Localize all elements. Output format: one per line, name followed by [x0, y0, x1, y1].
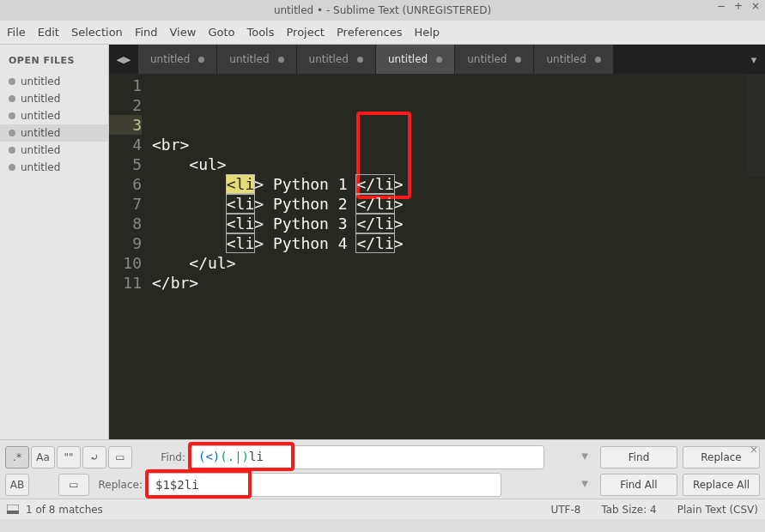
replace-history-icon[interactable]: ▼ — [581, 479, 588, 488]
code-line[interactable]: <li> Python 1 </li> — [152, 174, 765, 194]
open-file-label: untitled — [21, 93, 60, 105]
open-file-label: untitled — [21, 110, 60, 122]
menu-tools[interactable]: Tools — [246, 26, 274, 39]
unsaved-dot-icon — [9, 130, 15, 136]
close-button[interactable]: × — [750, 0, 762, 12]
unsaved-dot-icon — [595, 57, 601, 63]
in-selection-toggle[interactable]: ▭ — [108, 446, 132, 469]
status-syntax[interactable]: Plain Text (CSV) — [677, 504, 758, 516]
replace-button[interactable]: Replace — [683, 446, 760, 469]
menu-help[interactable]: Help — [414, 26, 440, 39]
code-area[interactable]: 1234567891011 <br> <ul> <li> Python 1 </… — [109, 74, 765, 439]
tab-history-nav[interactable]: ◀▶ — [109, 45, 138, 74]
code-line[interactable]: <ul> — [152, 154, 765, 174]
tab-overflow-icon[interactable]: ▾ — [743, 45, 765, 74]
open-file-item[interactable]: untitled — [0, 142, 108, 159]
code-line[interactable]: <li> Python 4 </li> — [152, 233, 765, 253]
open-file-item[interactable]: untitled — [0, 159, 108, 176]
menu-file[interactable]: File — [7, 26, 26, 39]
sidebar-title: OPEN FILES — [0, 50, 108, 73]
code-line[interactable] — [152, 293, 765, 312]
menu-find[interactable]: Find — [135, 26, 158, 39]
open-file-item[interactable]: untitled — [0, 124, 108, 142]
code-line[interactable]: </ul> — [152, 253, 765, 273]
unsaved-dot-icon — [198, 57, 204, 63]
status-tabsize[interactable]: Tab Size: 4 — [601, 504, 656, 516]
find-label: Find: — [137, 451, 185, 463]
minimize-button[interactable]: − — [715, 0, 727, 12]
tab[interactable]: untitled — [138, 45, 217, 74]
open-file-item[interactable]: untitled — [0, 73, 108, 90]
code-line[interactable]: <br> — [152, 135, 765, 154]
find-history-icon[interactable]: ▼ — [581, 451, 588, 461]
code-line[interactable]: <li> Python 3 </li> — [152, 214, 765, 233]
unsaved-dot-icon — [9, 112, 15, 119]
unsaved-dot-icon — [9, 147, 15, 154]
find-button[interactable]: Find — [600, 446, 677, 469]
open-file-item[interactable]: untitled — [0, 107, 108, 124]
regex-toggle[interactable]: .* — [5, 446, 29, 469]
tab-label: untitled — [388, 53, 428, 65]
replace-label: Replace: — [94, 479, 143, 491]
open-file-label: untitled — [21, 161, 60, 173]
status-encoding[interactable]: UTF-8 — [550, 504, 580, 516]
replace-all-button[interactable]: Replace All — [683, 474, 760, 496]
case-toggle[interactable]: Aa — [31, 446, 55, 469]
unsaved-dot-icon — [515, 57, 521, 63]
unsaved-dot-icon — [436, 57, 442, 63]
tab-label: untitled — [467, 53, 507, 65]
find-replace-panel: × .* Aa "" ⤾ ▭ Find: (<)(.|)li ▼ Find Re… — [0, 439, 765, 499]
unsaved-dot-icon — [9, 164, 15, 171]
window-title: untitled • - Sublime Text (UNREGISTERED) — [274, 4, 491, 16]
titlebar: untitled • - Sublime Text (UNREGISTERED)… — [0, 0, 765, 21]
code-lines[interactable]: <br> <ul> <li> Python 1 </li> <li> Pytho… — [152, 76, 765, 439]
preserve-case-toggle[interactable]: AB — [5, 474, 29, 496]
whole-word-toggle[interactable]: "" — [57, 446, 81, 469]
open-file-label: untitled — [21, 144, 60, 156]
sidebar: OPEN FILES untitleduntitleduntitleduntit… — [0, 45, 109, 439]
menu-preferences[interactable]: Preferences — [337, 26, 402, 39]
replace-input[interactable] — [148, 473, 501, 497]
highlight-matches-toggle[interactable]: ▭ — [58, 474, 89, 496]
find-input[interactable] — [191, 445, 544, 469]
code-line[interactable]: </br> — [152, 273, 765, 293]
open-file-label: untitled — [21, 127, 60, 139]
menu-project[interactable]: Project — [286, 26, 324, 39]
tab[interactable]: untitled — [217, 45, 296, 74]
tab[interactable]: untitled — [297, 45, 376, 74]
unsaved-dot-icon — [9, 78, 15, 85]
open-file-label: untitled — [21, 76, 60, 88]
close-panel-button[interactable]: × — [750, 444, 762, 456]
tab-label: untitled — [150, 53, 190, 65]
code-line[interactable] — [152, 332, 765, 352]
menu-selection[interactable]: Selection — [71, 26, 123, 39]
code-line[interactable]: <li> Python 2 </li> — [152, 194, 765, 214]
tabbar: ◀▶ untitleduntitleduntitleduntitleduntit… — [109, 45, 765, 74]
tab[interactable]: untitled — [534, 45, 613, 74]
status-bar: 1 of 8 matches UTF-8 Tab Size: 4 Plain T… — [0, 499, 765, 519]
tab-label: untitled — [309, 53, 349, 65]
status-matches: 1 of 8 matches — [26, 504, 103, 516]
menubar: File Edit Selection Find View Goto Tools… — [0, 21, 765, 45]
menu-edit[interactable]: Edit — [38, 26, 59, 39]
menu-goto[interactable]: Goto — [208, 26, 234, 39]
svg-rect-1 — [7, 511, 19, 514]
open-file-item[interactable]: untitled — [0, 90, 108, 107]
tab-label: untitled — [229, 53, 269, 65]
tab[interactable]: untitled — [455, 45, 534, 74]
panel-switcher-icon[interactable] — [7, 505, 19, 514]
editor: ◀▶ untitleduntitleduntitleduntitleduntit… — [109, 45, 765, 439]
unsaved-dot-icon — [278, 57, 284, 63]
unsaved-dot-icon — [9, 95, 15, 102]
unsaved-dot-icon — [357, 57, 363, 63]
wrap-toggle[interactable]: ⤾ — [82, 446, 106, 469]
minimap[interactable] — [748, 74, 765, 177]
tab-label: untitled — [546, 53, 586, 65]
code-line[interactable] — [152, 312, 765, 332]
tab[interactable]: untitled — [376, 45, 455, 74]
maximize-button[interactable]: + — [732, 0, 744, 12]
menu-view[interactable]: View — [170, 26, 197, 39]
gutter: 1234567891011 — [109, 76, 152, 439]
find-all-button[interactable]: Find All — [600, 474, 677, 496]
